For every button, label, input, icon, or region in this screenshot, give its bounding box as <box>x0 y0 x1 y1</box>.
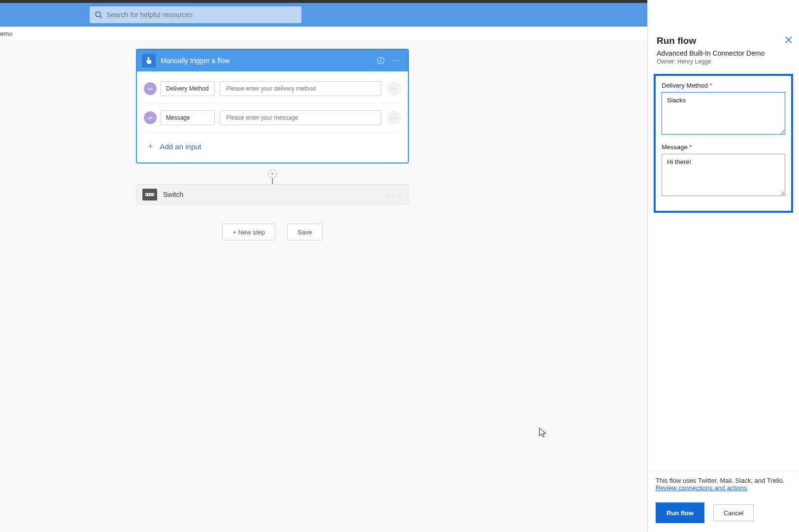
delivery-method-input[interactable] <box>662 92 785 134</box>
review-connections-link[interactable]: Review connections and actions <box>656 484 747 492</box>
param-more-button[interactable]: ··· <box>387 82 401 96</box>
svg-point-0 <box>96 12 100 17</box>
panel-owner: Owner: Henry Legge <box>657 58 790 65</box>
switch-card[interactable]: Switch · · · <box>136 184 409 205</box>
add-input-button[interactable]: + Add an input <box>144 133 401 161</box>
panel-close-button[interactable] <box>785 35 792 46</box>
svg-point-10 <box>393 60 394 61</box>
text-type-icon: aA <box>144 82 157 95</box>
save-button[interactable]: Save <box>287 224 323 240</box>
panel-footnote: This flow uses Twitter, Mail, Slack, and… <box>648 471 799 497</box>
field-label: Message * <box>662 143 785 151</box>
param-row: aA Delivery Method Please enter your del… <box>144 74 401 103</box>
param-value-field[interactable]: Please enter your delivery method <box>220 81 381 96</box>
panel-subtitle: Advanced Built-In Connector Demo <box>657 49 790 57</box>
param-name-field[interactable]: Delivery Method <box>161 81 215 96</box>
search-icon <box>95 11 102 19</box>
field-label: Delivery Method * <box>662 82 785 89</box>
add-input-label: Add an input <box>160 142 201 151</box>
canvas-actions: + New step Save <box>136 224 409 240</box>
trigger-more-button[interactable] <box>388 53 403 68</box>
cancel-button[interactable]: Cancel <box>713 504 754 521</box>
svg-point-11 <box>395 60 396 61</box>
param-row: aA Message Please enter your message ··· <box>144 103 401 133</box>
plus-icon: + <box>148 141 153 152</box>
trigger-icon <box>142 54 156 67</box>
svg-point-9 <box>380 58 381 59</box>
switch-icon <box>142 189 157 200</box>
switch-title: Switch <box>163 191 386 199</box>
new-step-button[interactable]: + New step <box>222 224 275 240</box>
run-flow-button[interactable]: Run flow <box>658 504 702 521</box>
close-icon <box>785 36 792 43</box>
search-input[interactable] <box>106 11 297 19</box>
run-flow-highlight: Run flow <box>656 502 704 523</box>
insert-step-button[interactable]: + <box>268 169 277 178</box>
trigger-title: Manually trigger a flow <box>161 57 373 65</box>
trigger-card[interactable]: Manually trigger a flow aA Delivery Meth… <box>136 49 409 164</box>
panel-title: Run flow <box>657 35 790 46</box>
panel-actions: Run flow Cancel <box>648 497 799 532</box>
svg-line-1 <box>100 16 102 18</box>
param-more-button[interactable]: ··· <box>387 111 401 125</box>
trigger-card-body: aA Delivery Method Please enter your del… <box>137 71 408 163</box>
svg-point-12 <box>398 60 399 61</box>
trigger-info-button[interactable] <box>373 53 388 68</box>
param-name-field[interactable]: Message <box>161 110 215 125</box>
search-box[interactable] <box>90 6 301 23</box>
text-type-icon: aA <box>144 111 157 124</box>
switch-more-button[interactable]: · · · <box>386 191 402 199</box>
message-input[interactable] <box>662 154 785 196</box>
param-value-field[interactable]: Please enter your message <box>220 110 381 125</box>
more-icon <box>391 56 400 65</box>
info-icon <box>376 56 385 65</box>
breadcrumb-text: emo <box>0 30 12 37</box>
run-flow-panel: Run flow Advanced Built-In Connector Dem… <box>647 0 799 532</box>
touch-icon <box>144 56 153 65</box>
panel-input-group: Delivery Method * Message * <box>654 74 793 213</box>
trigger-card-header[interactable]: Manually trigger a flow <box>137 50 408 71</box>
